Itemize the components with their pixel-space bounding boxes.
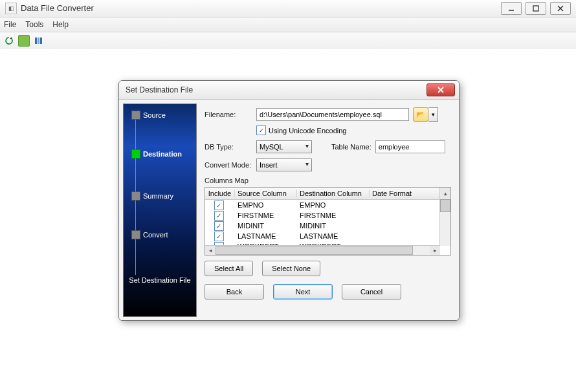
- menubar: File Tools Help: [0, 17, 576, 32]
- dialog-close-button[interactable]: [426, 83, 455, 96]
- step-box-icon: [131, 149, 140, 158]
- step-box-icon: [131, 111, 140, 120]
- header-include[interactable]: Include: [205, 190, 235, 197]
- wizard-step-source[interactable]: Source: [131, 111, 166, 120]
- include-checkbox[interactable]: ✓: [214, 232, 224, 241]
- source-column-cell: MIDINIT: [235, 222, 297, 230]
- dbtype-dropdown[interactable]: MySQL: [256, 140, 312, 153]
- filename-label: Filename:: [205, 111, 256, 118]
- titlebar: ◧ Data File Converter: [0, 0, 576, 17]
- tablename-input[interactable]: [375, 140, 445, 153]
- workspace: Set Destination File Source Destination: [0, 49, 576, 392]
- dbtype-value: MySQL: [260, 143, 283, 151]
- header-destination-column[interactable]: Destination Column: [297, 190, 370, 197]
- columns-map-grid: ▴ Include Source Column Destination Colu…: [205, 187, 451, 256]
- select-none-button[interactable]: Select None: [262, 261, 320, 276]
- include-checkbox[interactable]: ✓: [214, 211, 224, 221]
- table-row[interactable]: ✓LASTNAMELASTNAME: [205, 231, 450, 241]
- wizard-step-summary[interactable]: Summary: [131, 191, 173, 201]
- step-box-icon: [131, 230, 140, 239]
- minimize-button[interactable]: [501, 2, 522, 15]
- convertmode-dropdown[interactable]: Insert: [256, 158, 312, 171]
- wizard-bottom-caption: Set Destination File: [124, 276, 196, 284]
- browse-button[interactable]: 📂: [413, 107, 428, 122]
- source-column-cell: FIRSTNME: [235, 212, 297, 219]
- convertmode-label: Convert Mode:: [205, 161, 256, 169]
- destination-column-cell: EMPNO: [297, 201, 370, 209]
- horizontal-scroll-thumb[interactable]: [216, 246, 413, 255]
- svg-rect-6: [40, 38, 42, 44]
- table-row[interactable]: ✓EMPNOEMPNO: [205, 200, 450, 210]
- back-button[interactable]: Back: [205, 284, 264, 299]
- main-window: ◧ Data File Converter File Tools Help: [0, 0, 576, 392]
- menu-file[interactable]: File: [4, 17, 16, 32]
- horizontal-scrollbar[interactable]: ◂ ▸: [205, 245, 440, 255]
- destination-form: Filename: 📂 ▾ ✓ Using Unicode Encoding: [197, 103, 455, 317]
- step-label: Convert: [143, 231, 168, 239]
- unicode-label: Using Unicode Encoding: [269, 127, 346, 135]
- select-all-button[interactable]: Select All: [205, 261, 253, 276]
- bars-icon[interactable]: [34, 36, 44, 46]
- set-destination-dialog: Set Destination File Source Destination: [118, 80, 460, 321]
- table-row[interactable]: ✓MIDINITMIDINIT: [205, 221, 450, 231]
- close-button[interactable]: [550, 2, 571, 15]
- svg-rect-5: [38, 38, 39, 44]
- scroll-right-button[interactable]: ▸: [430, 246, 440, 255]
- dialog-title: Set Destination File: [126, 85, 426, 94]
- source-column-cell: LASTNAME: [235, 232, 297, 240]
- wizard-sidebar: Source Destination Summary Convert Set: [123, 103, 197, 317]
- filename-input[interactable]: [256, 108, 409, 121]
- scroll-up-button[interactable]: ▴: [439, 188, 450, 199]
- step-label: Source: [143, 111, 166, 119]
- svg-rect-1: [533, 6, 538, 11]
- dbtype-label: DB Type:: [205, 143, 256, 151]
- folder-icon: 📂: [416, 111, 425, 119]
- header-source-column[interactable]: Source Column: [235, 190, 297, 197]
- tablename-label: Table Name:: [331, 143, 371, 151]
- vertical-scroll-thumb[interactable]: [440, 199, 450, 212]
- destination-column-cell: MIDINIT: [297, 222, 370, 230]
- include-checkbox[interactable]: ✓: [214, 201, 224, 210]
- menu-tools[interactable]: Tools: [25, 17, 43, 32]
- include-checkbox[interactable]: ✓: [214, 221, 224, 231]
- dialog-titlebar: Set Destination File: [119, 81, 459, 100]
- browse-dropdown-button[interactable]: ▾: [428, 107, 438, 122]
- destination-column-cell: FIRSTNME: [297, 212, 370, 219]
- source-column-cell: EMPNO: [235, 201, 297, 209]
- app-icon: ◧: [5, 3, 17, 14]
- columns-map-label: Columns Map: [205, 177, 451, 184]
- svg-rect-4: [35, 38, 37, 44]
- scroll-left-button[interactable]: ◂: [205, 246, 216, 255]
- unicode-checkbox[interactable]: ✓: [256, 125, 266, 135]
- menu-help[interactable]: Help: [52, 17, 69, 32]
- cancel-button[interactable]: Cancel: [342, 284, 401, 299]
- step-label: Summary: [143, 192, 173, 200]
- convertmode-value: Insert: [260, 161, 278, 169]
- grid-header: Include Source Column Destination Column…: [205, 188, 450, 200]
- refresh-icon[interactable]: [4, 36, 14, 46]
- step-box-icon: [131, 191, 140, 201]
- wizard-step-convert[interactable]: Convert: [131, 230, 168, 239]
- header-date-format[interactable]: Date Format: [370, 190, 450, 197]
- destination-column-cell: LASTNAME: [297, 232, 370, 240]
- maximize-button[interactable]: [526, 2, 546, 15]
- toolbar: [0, 32, 576, 50]
- next-button[interactable]: Next: [273, 284, 333, 299]
- table-row[interactable]: ✓FIRSTNMEFIRSTNME: [205, 210, 450, 221]
- app-title: Data File Converter: [21, 0, 501, 17]
- step-label: Destination: [143, 150, 182, 158]
- wizard-step-destination[interactable]: Destination: [131, 149, 182, 158]
- green-tool-icon[interactable]: [18, 35, 30, 47]
